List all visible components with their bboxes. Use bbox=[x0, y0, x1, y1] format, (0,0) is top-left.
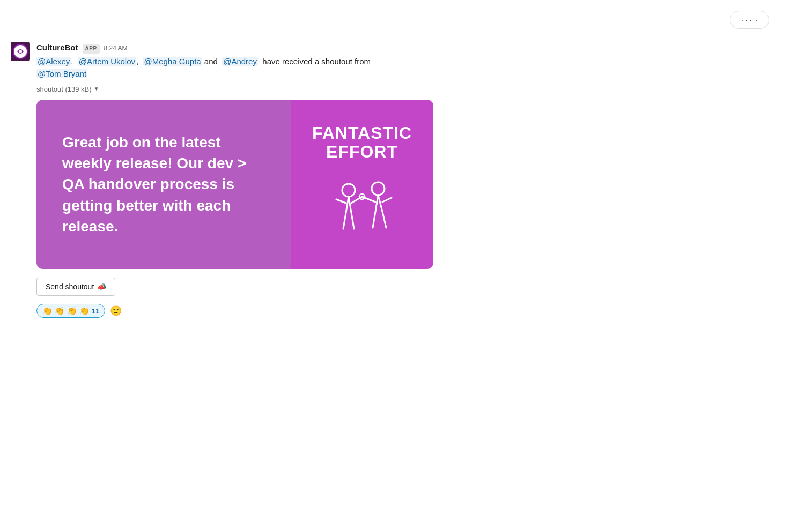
clap-emoji-2: 👏 bbox=[55, 306, 65, 316]
card-right-title: FANTASTIC EFFORT bbox=[306, 124, 418, 161]
dropdown-arrow-icon: ▼ bbox=[94, 85, 99, 93]
card-left-panel: Great job on the latest weekly release! … bbox=[36, 100, 291, 269]
card-message-text: Great job on the latest weekly release! … bbox=[62, 132, 265, 237]
message-text: @Alexey, @Artem Ukolov, @Megha Gupta and… bbox=[36, 56, 801, 80]
add-reaction-button[interactable]: 🙂+ bbox=[109, 303, 124, 318]
avatar-area bbox=[11, 42, 30, 318]
clap-emoji-3: 👏 bbox=[67, 306, 77, 316]
message-timestamp: 8:24 AM bbox=[104, 44, 128, 54]
mention-tom[interactable]: @Tom Bryant bbox=[36, 69, 87, 78]
file-label[interactable]: shoutout (139 kB) ▼ bbox=[36, 84, 801, 94]
clap-emoji-4: 👏 bbox=[79, 306, 90, 316]
svg-point-2 bbox=[342, 184, 355, 197]
app-badge: APP bbox=[83, 44, 100, 54]
mention-andrey[interactable]: @Andrey bbox=[222, 57, 258, 66]
message-body: CultureBot APP 8:24 AM @Alexey, @Artem U… bbox=[36, 42, 801, 318]
message-header: CultureBot APP 8:24 AM bbox=[36, 42, 801, 54]
page-wrapper: · · · · CultureBot APP 8:24 AM bbox=[0, 0, 812, 523]
reaction-count: 11 bbox=[92, 307, 99, 315]
svg-point-3 bbox=[372, 182, 385, 195]
send-shoutout-button[interactable]: Send shoutout 📣 bbox=[36, 278, 115, 296]
smiley-plus-icon: 🙂+ bbox=[110, 305, 125, 317]
mention-alexey[interactable]: @Alexey bbox=[36, 57, 71, 66]
top-partial-button[interactable]: · · · · bbox=[730, 11, 769, 29]
sender-name: CultureBot bbox=[36, 42, 78, 54]
bot-avatar bbox=[11, 42, 30, 61]
svg-point-1 bbox=[19, 50, 22, 53]
top-partial-area: · · · · bbox=[0, 11, 812, 38]
send-shoutout-label: Send shoutout bbox=[46, 282, 94, 291]
card-illustration-icon bbox=[324, 170, 400, 245]
clap-emoji-1: 👏 bbox=[42, 306, 53, 316]
mention-artem[interactable]: @Artem Ukolov bbox=[78, 57, 136, 66]
reactions-row: 👏 👏 👏 👏 11 🙂+ bbox=[36, 303, 801, 318]
file-label-text: shoutout (139 kB) bbox=[36, 84, 92, 94]
message-container: CultureBot APP 8:24 AM @Alexey, @Artem U… bbox=[0, 38, 812, 323]
card-right-panel: FANTASTIC EFFORT bbox=[291, 100, 433, 269]
clap-reaction-pill[interactable]: 👏 👏 👏 👏 11 bbox=[36, 304, 105, 318]
shoutout-card: Great job on the latest weekly release! … bbox=[36, 100, 433, 269]
megaphone-icon: 📣 bbox=[97, 282, 106, 291]
mention-megha[interactable]: @Megha Gupta bbox=[143, 57, 202, 66]
